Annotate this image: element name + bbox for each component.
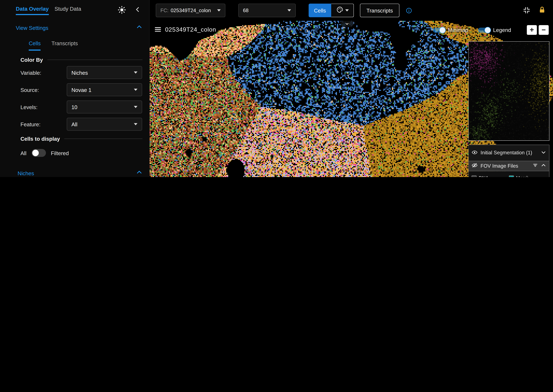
fc-select[interactable]: FC: 025349T24_colon [156, 4, 225, 17]
channel-checkbox[interactable]: ✓ [509, 175, 514, 177]
channel-label: Memb... [516, 175, 533, 177]
select-value: All [71, 121, 77, 127]
field-label: Variable: [21, 69, 67, 76]
fov-image-files-label: FOV Image Files [481, 163, 530, 169]
select-value: Novae 1 [71, 87, 92, 93]
palette-dropdown-button[interactable] [331, 4, 354, 17]
channel-item[interactable]: ✓ DNA [471, 174, 509, 177]
field-row: Feature: All [21, 118, 142, 131]
field-row: Levels: 10 [21, 100, 142, 113]
minimap-panel[interactable] [468, 41, 549, 141]
select-dropdown[interactable]: All [67, 118, 142, 131]
field-label: Source: [21, 87, 67, 93]
tab-transcripts[interactable]: Transcripts [51, 40, 78, 51]
legend-toggle[interactable] [478, 28, 490, 33]
initial-segmentation-label: Initial Segmentation (1) [481, 150, 538, 156]
color-by-header: Color By [21, 57, 142, 63]
check-icon: ✓ [510, 176, 513, 177]
chevron-up-icon[interactable] [136, 24, 142, 32]
chevron-up-icon[interactable] [136, 169, 142, 177]
initial-segmentation-row[interactable]: Initial Segmentation (1) [468, 145, 549, 161]
select-dropdown[interactable]: Niches [67, 66, 142, 79]
niches-title: Niches [18, 170, 34, 176]
lock-icon[interactable] [538, 6, 546, 14]
collapse-sidebar-button[interactable] [134, 6, 141, 13]
toggle-knob [439, 27, 446, 33]
field-row: Source: Novae 1 [21, 83, 142, 96]
field-label: Feature: [21, 121, 67, 127]
all-filtered-toggle[interactable] [31, 149, 46, 157]
hamburger-menu-icon[interactable] [154, 26, 162, 34]
zoom-out-button[interactable]: − [539, 25, 549, 35]
transcripts-mode-button[interactable]: Transcripts [360, 4, 400, 17]
tab-cells[interactable]: Cells [29, 40, 41, 51]
exit-fullscreen-icon[interactable] [523, 7, 530, 14]
cells-to-display-header: Cells to display [21, 136, 142, 142]
zoom-in-button[interactable]: + [527, 25, 537, 35]
sidebar: Data Overlay Study Data View Settings Ce… [0, 0, 150, 177]
legend-toggle-label: Legend [493, 27, 511, 33]
view-settings-header[interactable]: View Settings [16, 24, 142, 32]
filter-icon[interactable] [532, 163, 538, 169]
map-title: 025349T24_colon [165, 26, 216, 33]
chevron-down-icon [134, 89, 138, 91]
all-label: All [21, 150, 26, 156]
filtered-label: Filtered [51, 150, 69, 156]
tab-data-overlay[interactable]: Data Overlay [16, 6, 49, 12]
minimap-toggle[interactable] [433, 28, 445, 33]
field-row: Variable: Niches [21, 66, 142, 79]
select-dropdown[interactable]: 10 [67, 100, 142, 113]
channel-label: DNA [479, 175, 489, 177]
tab-study-data[interactable]: Study Data [55, 6, 81, 12]
chevron-down-icon[interactable] [541, 149, 546, 156]
toggle-knob [484, 27, 491, 33]
view-settings-tabs: Cells Transcripts [29, 40, 78, 51]
toggle-knob [32, 150, 39, 156]
collapse-toolbar-button[interactable] [340, 21, 353, 27]
select-dropdown[interactable]: Novae 1 [67, 83, 142, 96]
cells-filter-toggle-row: All Filtered [21, 149, 69, 157]
eye-off-icon[interactable] [471, 162, 478, 170]
app-root: Data Overlay Study Data View Settings Ce… [0, 0, 553, 177]
chevron-down-icon [288, 9, 291, 12]
select-value: 10 [71, 104, 77, 110]
chevron-down-icon [134, 71, 138, 74]
chevron-down-icon [134, 106, 138, 108]
niches-header[interactable]: Niches [18, 169, 142, 177]
fov-select[interactable]: 68 [238, 4, 296, 17]
channel-checkbox[interactable]: ✓ [471, 175, 477, 177]
brightness-icon[interactable] [118, 6, 126, 14]
view-settings-title: View Settings [16, 25, 48, 31]
chevron-down-icon [345, 9, 349, 12]
chevron-up-icon[interactable] [541, 163, 546, 169]
fov-image-files-row[interactable]: FOV Image Files [468, 161, 549, 171]
chevron-down-icon [134, 123, 138, 125]
minimap-toggle-label: Minimap [448, 27, 468, 33]
select-value: Niches [71, 69, 88, 76]
fc-prefix: FC: [160, 7, 169, 13]
minimap-canvas[interactable] [469, 42, 549, 140]
fc-value: 025349T24_colon [171, 7, 211, 13]
fov-value: 68 [243, 7, 249, 13]
channel-list: ✓ DNA ✓ Memb... ✓ PanCK [468, 171, 549, 177]
tissue-viewer: 025349T24_colon Minimap Legend + − Initi… [150, 21, 553, 177]
info-icon[interactable] [406, 7, 412, 14]
color-by-fields: Variable: Niches Source: Novae 1 Lev [21, 66, 142, 135]
topbar: FC: 025349T24_colon 68 Cells Transcripts [150, 0, 553, 21]
palette-icon [336, 6, 343, 15]
chevron-down-icon [217, 9, 221, 12]
cells-mode-button[interactable]: Cells [309, 4, 331, 17]
field-label: Levels: [21, 104, 67, 110]
cells-mode-group: Cells [309, 4, 354, 17]
channel-item[interactable]: ✓ Memb... [509, 174, 546, 177]
eye-icon[interactable] [471, 149, 478, 157]
